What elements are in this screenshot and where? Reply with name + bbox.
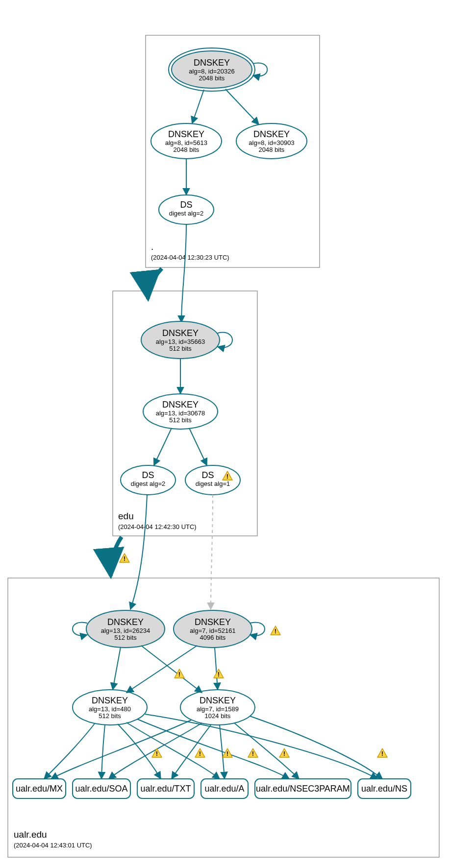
svg-text:alg=13, id=26234: alg=13, id=26234 (101, 627, 150, 634)
svg-text:!: ! (178, 671, 180, 678)
edge-zsk1-nsec (137, 719, 289, 779)
edge-delegation-root-edu (148, 268, 162, 299)
warning-icon: ! (271, 626, 280, 635)
zone-edu-timestamp: (2024-04-04 12:42:30 UTC) (118, 523, 197, 530)
edge-eduzsk-ds1 (154, 428, 172, 465)
edge-zsk2-nsec (234, 723, 299, 779)
edge-zsk1-soa (101, 725, 105, 779)
svg-text:DNSKEY: DNSKEY (200, 696, 236, 705)
warning-icon: ! (377, 748, 387, 757)
warning-icon: ! (248, 748, 258, 757)
node-root-zsk2[interactable]: DNSKEY alg=8, id=30903 2048 bits (236, 123, 307, 159)
zone-root-label: . (151, 241, 153, 252)
svg-text:alg=13, id=480: alg=13, id=480 (89, 705, 131, 713)
svg-text:ualr.edu/NSEC3PARAM: ualr.edu/NSEC3PARAM (256, 784, 350, 794)
node-ualr-ksk2[interactable]: DNSKEY alg=7, id=52161 4096 bits (174, 610, 252, 648)
svg-text:alg=13, id=35663: alg=13, id=35663 (156, 338, 205, 345)
node-root-ds[interactable]: DS digest alg=2 (159, 195, 214, 224)
svg-text:!: ! (199, 750, 201, 757)
node-ualr-zsk2[interactable]: DNSKEY alg=7, id=1589 1024 bits (180, 690, 255, 725)
svg-text:alg=13, id=30678: alg=13, id=30678 (156, 410, 205, 417)
warning-icon: ! (195, 748, 205, 757)
svg-text:!: ! (156, 750, 158, 757)
node-edu-ksk[interactable]: DNSKEY alg=13, id=35663 512 bits (141, 321, 220, 359)
svg-text:512 bits: 512 bits (169, 416, 192, 424)
node-rr-a[interactable]: ualr.edu/A (201, 779, 248, 798)
svg-text:alg=7, id=52161: alg=7, id=52161 (190, 627, 235, 634)
svg-text:2048 bits: 2048 bits (259, 146, 285, 153)
edge-eduzsk-ds2 (189, 428, 207, 465)
node-rr-soa[interactable]: ualr.edu/SOA (73, 779, 130, 798)
svg-text:!: ! (274, 627, 276, 635)
warning-icon: ! (214, 669, 224, 678)
warning-icon: ! (120, 554, 129, 562)
node-rr-ns[interactable]: ualr.edu/NS (358, 779, 411, 798)
svg-text:DNSKEY: DNSKEY (162, 400, 199, 410)
edge-ksk1-zsk2 (141, 646, 202, 693)
svg-text:DS: DS (180, 200, 192, 210)
node-root-zsk1[interactable]: DNSKEY alg=8, id=5613 2048 bits (151, 123, 222, 159)
edge-rootksk-zsk2 (225, 89, 259, 124)
svg-text:2048 bits: 2048 bits (199, 74, 225, 82)
svg-text:!: ! (218, 671, 220, 678)
svg-text:alg=8, id=30903: alg=8, id=30903 (249, 139, 294, 146)
edge-zsk1-ns (145, 714, 377, 779)
warning-icon: ! (175, 669, 184, 678)
svg-text:DNSKEY: DNSKEY (92, 696, 128, 705)
svg-text:512 bits: 512 bits (169, 345, 192, 352)
node-edu-zsk[interactable]: DNSKEY alg=13, id=30678 512 bits (143, 394, 218, 429)
node-rr-mx[interactable]: ualr.edu/MX (13, 779, 66, 798)
svg-text:ualr.edu/MX: ualr.edu/MX (16, 784, 63, 794)
warning-icon: ! (279, 748, 289, 757)
edge-ualrksk1-selfloop (73, 623, 87, 636)
svg-text:DNSKEY: DNSKEY (168, 129, 204, 139)
svg-text:1024 bits: 1024 bits (205, 712, 231, 720)
dnssec-graph: . (2024-04-04 12:30:23 UTC) edu (2024-04… (0, 0, 449, 868)
node-ualr-zsk1[interactable]: DNSKEY alg=13, id=480 512 bits (73, 690, 147, 725)
zone-ualr-timestamp: (2024-04-04 12:43:01 UTC) (14, 842, 92, 849)
node-root-ksk[interactable]: DNSKEY alg=8, id=20326 2048 bits (169, 48, 255, 91)
svg-text:DNSKEY: DNSKEY (195, 617, 231, 627)
edge-ksk2-zsk2 (215, 648, 218, 690)
node-rr-txt[interactable]: ualr.edu/TXT (137, 779, 194, 798)
svg-text:!: ! (226, 473, 228, 480)
edge-ksk1-zsk1 (113, 647, 121, 690)
edge-eduds2-ualrksk2 (211, 495, 213, 609)
zone-root-timestamp: (2024-04-04 12:30:23 UTC) (151, 254, 229, 261)
svg-text:DNSKEY: DNSKEY (194, 58, 230, 68)
node-edu-ds1[interactable]: DS digest alg=2 (121, 465, 175, 495)
svg-text:512 bits: 512 bits (99, 712, 121, 720)
svg-text:digest alg=1: digest alg=1 (196, 480, 230, 487)
zone-ualr-label: ualr.edu (14, 829, 47, 840)
svg-text:DNSKEY: DNSKEY (253, 129, 290, 139)
svg-text:ualr.edu/SOA: ualr.edu/SOA (75, 784, 127, 794)
edge-rootksk-zsk1 (192, 90, 204, 123)
svg-text:digest alg=2: digest alg=2 (131, 480, 165, 487)
svg-text:4096 bits: 4096 bits (200, 634, 226, 641)
node-ualr-ksk1[interactable]: DNSKEY alg=13, id=26234 512 bits (86, 610, 165, 648)
edge-rootds-eduksk (181, 224, 186, 322)
svg-text:alg=7, id=1589: alg=7, id=1589 (197, 705, 239, 713)
svg-text:512 bits: 512 bits (114, 634, 137, 641)
svg-text:alg=8, id=20326: alg=8, id=20326 (189, 68, 234, 75)
warning-icon: ! (152, 748, 162, 757)
svg-text:DNSKEY: DNSKEY (162, 328, 199, 338)
svg-text:digest alg=2: digest alg=2 (169, 210, 203, 217)
svg-text:DS: DS (142, 470, 154, 480)
svg-text:ualr.edu/A: ualr.edu/A (204, 784, 244, 794)
svg-text:!: ! (226, 750, 228, 757)
warning-icon: ! (223, 748, 232, 757)
edge-ksk2-zsk1 (126, 646, 197, 693)
edge-zsk1-txt (118, 724, 161, 779)
node-rr-nsec[interactable]: ualr.edu/NSEC3PARAM (255, 779, 351, 798)
svg-text:2048 bits: 2048 bits (174, 146, 200, 153)
svg-text:DNSKEY: DNSKEY (107, 617, 144, 627)
edge-delegation-edu-ualr (111, 537, 122, 576)
svg-text:DS: DS (201, 470, 214, 480)
zone-edu-label: edu (118, 511, 134, 521)
svg-text:ualr.edu/NS: ualr.edu/NS (361, 784, 407, 794)
svg-text:!: ! (124, 555, 125, 562)
svg-text:alg=8, id=5613: alg=8, id=5613 (165, 139, 207, 146)
svg-text:!: ! (381, 750, 383, 757)
svg-text:!: ! (252, 750, 254, 757)
